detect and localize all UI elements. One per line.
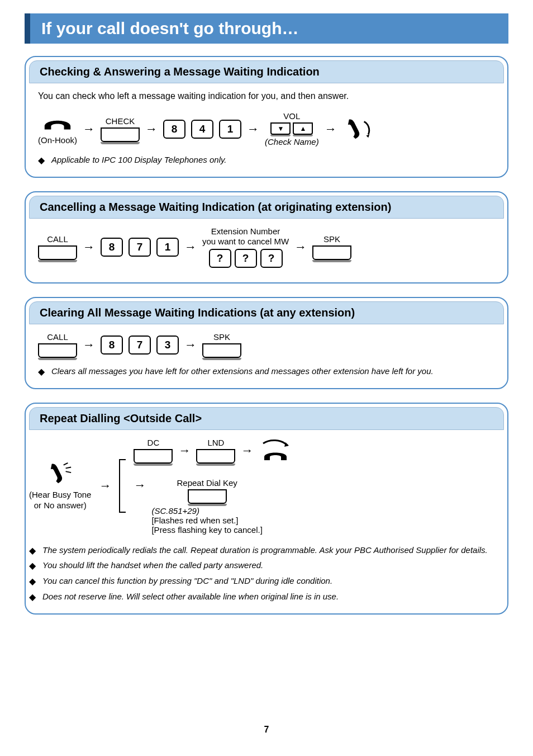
note-item: ◆Clears all messages you have left for o… bbox=[38, 366, 495, 378]
digit-key: 8 bbox=[163, 120, 185, 139]
note-item: ◆You should lift the handset when the ca… bbox=[29, 560, 495, 572]
digit-key: ? bbox=[209, 249, 231, 268]
arrow-icon: → bbox=[247, 122, 259, 136]
panel-header: Checking & Answering a Message Waiting I… bbox=[29, 60, 504, 83]
digit-key: 8 bbox=[101, 336, 123, 355]
press-label: [Press flashing key to cancel.] bbox=[151, 525, 262, 535]
note-text: You should lift the handset when the cal… bbox=[42, 560, 263, 571]
note-item: ◆The system periodically redials the cal… bbox=[29, 545, 495, 557]
onhook-icon-col: (On-Hook) bbox=[38, 113, 77, 145]
handset-on-hook-icon bbox=[41, 113, 74, 133]
page-title: If your call doesn't go through… bbox=[41, 19, 298, 37]
digit-key: ? bbox=[235, 249, 257, 268]
section4-notes: ◆The system periodically redials the cal… bbox=[29, 545, 495, 603]
softkey-icon bbox=[312, 245, 351, 260]
repeat-label: Repeat Dial Key bbox=[177, 478, 237, 488]
section1-flow: (On-Hook) → CHECK → 8 4 1 → VOL ▼ ▲ bbox=[38, 111, 495, 147]
repeat-flow-row1: (Hear Busy Tone or No answer) → DC → bbox=[29, 438, 495, 535]
softkey-icon bbox=[196, 449, 235, 464]
panel-check-msg: Checking & Answering a Message Waiting I… bbox=[25, 56, 508, 178]
lnd-key: LND bbox=[196, 438, 235, 464]
page-title-banner: If your call doesn't go through… bbox=[25, 13, 508, 44]
ext-label: Extension Number you want to cancel MW bbox=[202, 226, 289, 247]
busy-tone-icon-col: (Hear Busy Tone or No answer) bbox=[29, 461, 91, 511]
bullet-icon: ◆ bbox=[29, 576, 36, 588]
svg-line-0 bbox=[63, 463, 68, 465]
arrow-icon: → bbox=[83, 240, 95, 254]
section3-flow: CALL → 8 7 3 → SPK bbox=[38, 332, 495, 358]
spk-key: SPK bbox=[202, 332, 241, 358]
arrow-icon: → bbox=[325, 122, 337, 136]
panel-title: Clearing All Message Waiting Indications… bbox=[40, 306, 355, 319]
digit-key: 1 bbox=[219, 120, 241, 139]
digit-key: 1 bbox=[156, 238, 179, 257]
branch-bracket bbox=[119, 459, 126, 513]
panel-title: Checking & Answering a Message Waiting I… bbox=[40, 65, 320, 78]
vol-down-key: ▼ bbox=[270, 122, 291, 135]
digit-key: 8 bbox=[101, 238, 123, 257]
dc-key: DC bbox=[134, 438, 173, 464]
section2-flow: CALL → 8 7 1 → Extension Number you want… bbox=[38, 226, 495, 268]
svg-line-1 bbox=[65, 467, 71, 469]
dc-label: DC bbox=[147, 438, 160, 447]
digit-key: 7 bbox=[129, 336, 151, 355]
onhook-caption: (On-Hook) bbox=[38, 135, 77, 145]
arrow-icon: → bbox=[145, 122, 158, 136]
digit-key: 4 bbox=[191, 120, 213, 139]
note-text: Clears all messages you have left for ot… bbox=[51, 366, 434, 377]
section1-intro: You can check who left a message waiting… bbox=[38, 91, 495, 101]
arrow-icon: → bbox=[184, 240, 197, 254]
note-item: ◆You can cancel this function by pressin… bbox=[29, 575, 495, 588]
arrow-icon: → bbox=[134, 478, 146, 493]
call-key: CALL bbox=[38, 332, 77, 358]
note-text: Applicable to IPC 100 Display Telephones… bbox=[51, 154, 227, 166]
softkey-icon bbox=[38, 245, 77, 260]
panel-header: Clearing All Message Waiting Indications… bbox=[29, 301, 504, 324]
note-text: The system periodically redials the call… bbox=[42, 545, 488, 556]
flash-label: [Flashes red when set.] bbox=[151, 516, 262, 525]
softkey-icon bbox=[101, 127, 140, 142]
arrow-icon: → bbox=[241, 443, 253, 458]
arrow-icon: → bbox=[178, 443, 191, 458]
arrow-icon: → bbox=[83, 122, 95, 136]
panel-title: Cancelling a Message Waiting Indication … bbox=[40, 201, 391, 213]
panel-repeat-dial: Repeat Dialling <Outside Call> (Hear Bus… bbox=[25, 403, 508, 615]
arrow-icon: → bbox=[184, 338, 197, 352]
panel-clear-msg: Clearing All Message Waiting Indications… bbox=[25, 297, 508, 389]
hear-busy-caption: (Hear Busy Tone or No answer) bbox=[29, 490, 91, 511]
call-label: CALL bbox=[47, 332, 68, 342]
repeat-branch-top: DC → LND → bbox=[134, 438, 292, 464]
softkey-icon bbox=[38, 343, 77, 358]
softkey-icon bbox=[134, 449, 173, 464]
panel-body: CALL → 8 7 1 → Extension Number you want… bbox=[26, 226, 507, 268]
check-label: CHECK bbox=[106, 116, 135, 126]
bullet-icon: ◆ bbox=[29, 560, 36, 572]
spk-label: SPK bbox=[213, 332, 230, 342]
note-text: Does not reserve line. Will select other… bbox=[42, 591, 339, 602]
digit-key: 7 bbox=[129, 238, 151, 257]
call-key: CALL bbox=[38, 234, 77, 260]
digit-key: 3 bbox=[156, 336, 179, 355]
panel-cancel-msg: Cancelling a Message Waiting Indication … bbox=[25, 191, 508, 284]
call-label: CALL bbox=[47, 234, 68, 244]
repeat-dial-key: Repeat Dial Key (SC.851+29) [Flashes red… bbox=[151, 478, 262, 535]
svg-line-2 bbox=[65, 472, 71, 473]
repeat-branch-bottom: → Repeat Dial Key (SC.851+29) [Flashes r… bbox=[134, 478, 292, 535]
lnd-label: LND bbox=[207, 438, 224, 447]
handset-busy-icon bbox=[44, 461, 77, 486]
spk-label: SPK bbox=[323, 234, 340, 244]
arrow-icon: → bbox=[99, 479, 111, 493]
note-item: ◆Does not reserve line. Will select othe… bbox=[29, 591, 495, 603]
softkey-icon bbox=[202, 343, 241, 358]
checkname-caption: (Check Name) bbox=[265, 137, 319, 147]
bullet-icon: ◆ bbox=[38, 155, 45, 167]
spk-key: SPK bbox=[312, 234, 351, 260]
check-key: CHECK bbox=[101, 116, 140, 142]
panel-title: Repeat Dialling <Outside Call> bbox=[40, 412, 202, 424]
handset-lift-icon bbox=[342, 116, 375, 142]
panel-header: Cancelling a Message Waiting Indication … bbox=[29, 196, 504, 219]
branch-container: DC → LND → bbox=[134, 438, 292, 535]
ext-number-group: Extension Number you want to cancel MW ?… bbox=[202, 226, 289, 268]
repeat-annotations: (SC.851+29) [Flashes red when set.] [Pre… bbox=[151, 506, 262, 535]
digit-key: ? bbox=[260, 249, 283, 268]
